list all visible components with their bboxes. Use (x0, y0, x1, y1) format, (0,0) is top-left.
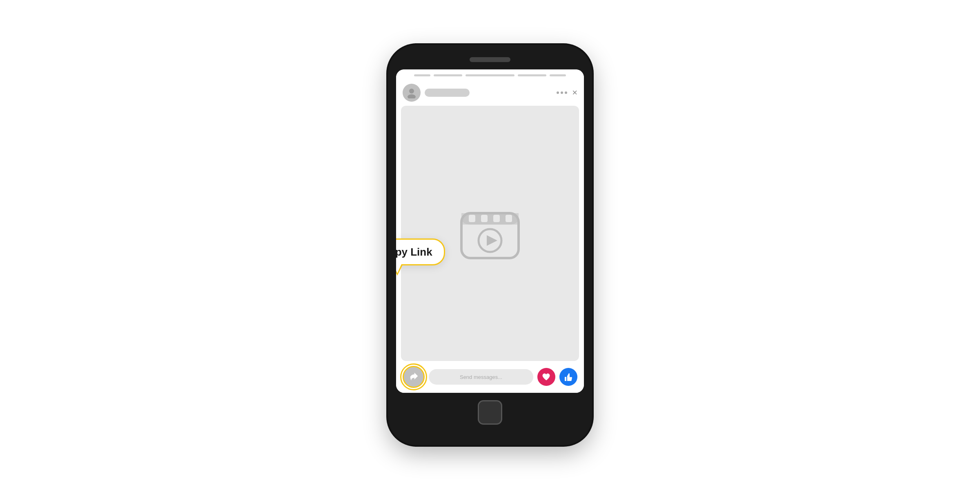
heart-reaction-button[interactable] (537, 368, 555, 386)
send-messages-input[interactable]: Send messages... (429, 369, 533, 385)
post-actions: Copy Link Send messages... (396, 361, 584, 393)
svg-rect-8 (506, 215, 512, 222)
video-reel-icon (457, 201, 523, 266)
post-header-actions: × (557, 88, 577, 97)
like-reaction-button[interactable] (559, 368, 577, 386)
status-line (518, 74, 546, 76)
status-bar (396, 69, 584, 80)
post-header: × (396, 80, 584, 106)
phone-screen: × (396, 69, 584, 393)
phone-speaker (470, 57, 510, 62)
close-button[interactable]: × (572, 88, 577, 97)
dot (561, 91, 563, 94)
svg-rect-5 (469, 215, 475, 222)
status-line (434, 74, 462, 76)
dot (565, 91, 567, 94)
share-button-wrapper: Copy Link (403, 366, 425, 388)
reel-svg (457, 201, 523, 266)
thumbs-up-icon (564, 372, 573, 382)
copy-link-tooltip[interactable]: Copy Link (396, 238, 445, 265)
name-bar (425, 89, 470, 97)
post-media (401, 106, 579, 361)
share-arrow-icon (408, 371, 419, 383)
username-placeholder (425, 89, 552, 97)
status-line (414, 74, 430, 76)
heart-reaction-icon (541, 372, 551, 382)
user-avatar (403, 84, 421, 102)
phone-frame: × (388, 45, 592, 445)
svg-point-1 (408, 94, 416, 98)
svg-point-0 (409, 89, 414, 94)
svg-rect-7 (493, 215, 500, 222)
avatar-icon (406, 87, 417, 98)
share-button[interactable] (403, 366, 425, 388)
scene: × (0, 0, 980, 490)
copy-link-label: Copy Link (396, 246, 432, 258)
send-messages-placeholder: Send messages... (460, 374, 502, 380)
status-line (466, 74, 514, 76)
svg-rect-6 (481, 215, 488, 222)
status-line (550, 74, 566, 76)
home-button[interactable] (478, 400, 502, 425)
dot (557, 91, 559, 94)
svg-marker-10 (487, 235, 497, 246)
more-options-button[interactable] (557, 91, 567, 94)
